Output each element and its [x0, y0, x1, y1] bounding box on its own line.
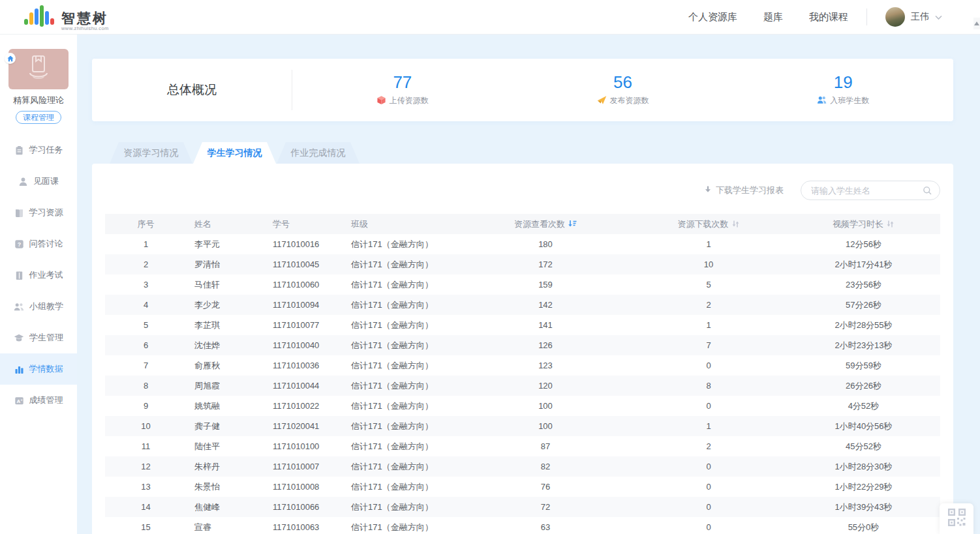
stat-value: 56 [513, 74, 733, 91]
question-icon: ? [14, 239, 24, 249]
logo[interactable]: 智慧树 www.zhihuishu.com [23, 3, 109, 31]
cell-downloads: 10 [630, 260, 787, 269]
graduation-cap-icon [14, 333, 24, 343]
cell-name: 罗清怡 [187, 259, 265, 271]
cell-class: 信计171（金融方向） [343, 501, 461, 513]
nav-item-my-courses[interactable]: 我的课程 [809, 11, 848, 23]
cell-index: 15 [105, 522, 187, 532]
cell-name: 沈佳烨 [187, 340, 265, 351]
cell-index: 13 [105, 482, 187, 492]
cell-downloads: 0 [630, 482, 787, 492]
sidebar-item-label: 学生管理 [29, 332, 63, 344]
sidebar-item-learning-tasks[interactable]: 学习任务 [0, 134, 77, 166]
cell-name: 朱景怡 [187, 481, 265, 493]
tab-homework-completion[interactable]: 作业完成情况 [277, 142, 360, 164]
cell-name: 朱梓丹 [187, 461, 265, 473]
topbar: 智慧树 www.zhihuishu.com 个人资源库 题库 我的课程 王伟 [0, 0, 980, 35]
cell-views: 126 [461, 340, 630, 350]
cell-index: 11 [105, 441, 187, 451]
search-input[interactable] [801, 181, 940, 200]
cell-index: 5 [105, 320, 187, 330]
cell-class: 信计171（金融方向） [343, 259, 461, 271]
course-title: 精算风险理论 [0, 95, 77, 106]
tab-student-learning[interactable]: 学生学习情况 [193, 142, 276, 164]
cell-views: 72 [461, 502, 630, 512]
table-row: 5李芷琪1171010077信计171（金融方向）14112小时28分55秒 [105, 315, 940, 335]
qr-code-button[interactable] [940, 503, 973, 534]
sidebar-item-label: 见面课 [33, 175, 59, 187]
sidebar-item-homework-exam[interactable]: 作业考试 [0, 260, 77, 291]
sidebar-item-learning-resources[interactable]: 学习资源 [0, 197, 77, 228]
search-icon[interactable] [923, 186, 932, 198]
cell-student-id: 1171010036 [265, 361, 343, 370]
tabs: 资源学习情况 学生学习情况 作业完成情况 [110, 142, 360, 164]
cell-class: 信计171（金融方向） [343, 380, 461, 392]
cell-downloads: 0 [630, 522, 787, 532]
sidebar-item-label: 学情数据 [29, 363, 63, 375]
cell-views: 82 [461, 462, 630, 471]
cell-class: 信计171（金融方向） [343, 441, 461, 452]
cell-duration: 2小时17分41秒 [787, 259, 940, 271]
sidebar-item-qa-discussion[interactable]: ? 问答讨论 [0, 228, 77, 260]
nav-item-question-bank[interactable]: 题库 [763, 11, 783, 23]
cell-index: 10 [105, 421, 187, 431]
sidebar-item-label: 问答讨论 [29, 238, 63, 250]
cell-views: 76 [461, 482, 630, 492]
cell-duration: 26分26秒 [787, 380, 940, 392]
sidebar-item-learning-data[interactable]: 学情数据 [0, 353, 77, 385]
sidebar-item-group-teaching[interactable]: 小组教学 [0, 291, 77, 322]
table-row: 3马佳轩1171010060信计171（金融方向）159523分56秒 [105, 274, 940, 295]
col-student-id: 学号 [265, 218, 343, 230]
cell-downloads: 0 [630, 361, 787, 370]
cell-downloads: 0 [630, 462, 787, 471]
sort-desc-active-icon[interactable] [568, 220, 577, 228]
student-learning-panel: 下载学生学习报表 序号 姓名 学号 班级 资源查看次数 [92, 164, 953, 534]
cell-views: 123 [461, 361, 630, 370]
course-thumbnail[interactable] [8, 49, 69, 89]
cell-class: 信计171（金融方向） [343, 522, 461, 533]
nav-item-personal-resources[interactable]: 个人资源库 [688, 11, 737, 23]
user-menu[interactable]: 王伟 [885, 7, 942, 27]
scrollbar-up[interactable] [973, 18, 980, 29]
cell-student-id: 1171010094 [265, 300, 343, 310]
cell-class: 信计171（金融方向） [343, 461, 461, 473]
download-report-link[interactable]: 下载学生学习报表 [703, 185, 784, 196]
cell-duration: 2小时23分13秒 [787, 340, 940, 351]
table-header: 序号 姓名 学号 班级 资源查看次数 资源下载次数 [105, 214, 940, 234]
cell-class: 信计171（金融方向） [343, 299, 461, 311]
table-row: 11陆佳平1171010100信计171（金融方向）87245分52秒 [105, 436, 940, 456]
cell-downloads: 1 [630, 421, 787, 431]
cell-views: 100 [461, 401, 630, 411]
sidebar-item-meeting-class[interactable]: 见面课 [0, 166, 77, 197]
sidebar-item-student-management[interactable]: 学生管理 [0, 322, 77, 353]
sort-inactive-icon[interactable] [886, 220, 895, 228]
cell-student-id: 1171010077 [265, 320, 343, 330]
download-icon [703, 185, 712, 196]
book-icon [14, 208, 24, 218]
cell-downloads: 8 [630, 381, 787, 391]
cell-class: 信计171（金融方向） [343, 279, 461, 291]
cell-duration: 57分26秒 [787, 299, 940, 311]
cell-class: 信计171（金融方向） [343, 239, 461, 250]
brand-site: www.zhihuishu.com [61, 26, 109, 31]
avatar[interactable] [885, 7, 905, 27]
tab-resource-learning[interactable]: 资源学习情况 [110, 142, 192, 164]
cell-duration: 1小时40分56秒 [787, 421, 940, 432]
sidebar-item-grade-management[interactable]: A+ 成绩管理 [0, 385, 77, 416]
sort-inactive-icon[interactable] [731, 220, 740, 228]
stat-value: 19 [733, 74, 953, 91]
overview-stats: 77 上传资源数 56 发布资源数 [292, 74, 953, 107]
exam-icon [14, 271, 24, 280]
cube-icon [376, 95, 386, 107]
chevron-down-icon[interactable] [935, 11, 942, 23]
table-row: 7俞雁秋1171010036信计171（金融方向）123059分59秒 [105, 355, 940, 376]
cell-name: 李平元 [187, 239, 265, 250]
svg-text:?: ? [17, 241, 21, 248]
students-table: 序号 姓名 学号 班级 资源查看次数 资源下载次数 [105, 214, 940, 534]
home-icon[interactable] [5, 53, 16, 64]
brand-name: 智慧树 [61, 11, 109, 25]
cell-downloads: 0 [630, 502, 787, 512]
cell-student-id: 1171010100 [265, 441, 343, 451]
table-row: 6沈佳烨1171010040信计171（金融方向）12672小时23分13秒 [105, 335, 940, 355]
cell-index: 1 [105, 239, 187, 249]
